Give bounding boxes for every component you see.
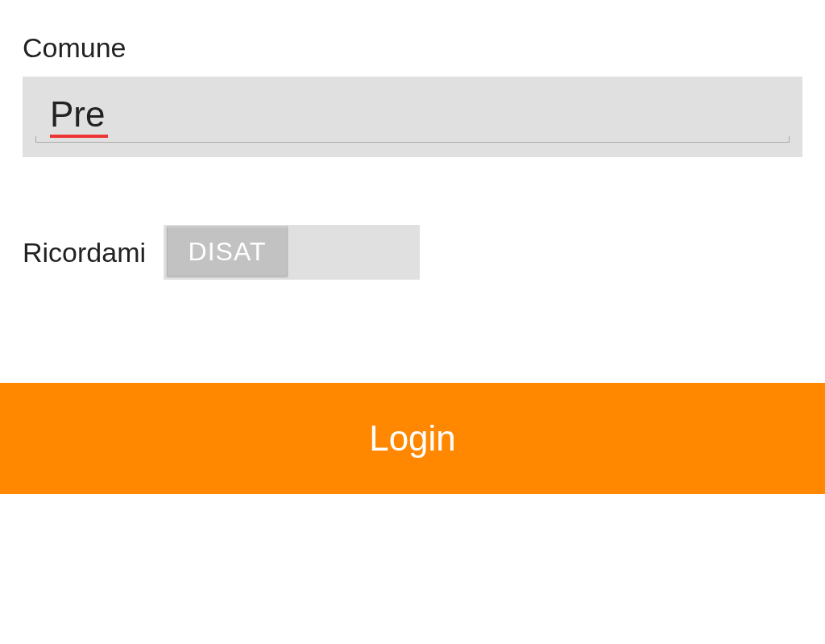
- login-button-label: Login: [369, 418, 456, 459]
- comune-input-wrapper[interactable]: [23, 77, 802, 157]
- comune-label: Comune: [23, 0, 802, 77]
- spellcheck-underline: [50, 135, 108, 138]
- ricordami-label: Ricordami: [23, 237, 146, 268]
- login-button[interactable]: Login: [0, 383, 825, 494]
- input-underline: [35, 136, 790, 143]
- remember-toggle[interactable]: DISAT: [164, 225, 420, 280]
- remember-toggle-thumb[interactable]: DISAT: [167, 226, 288, 276]
- remember-toggle-label: DISAT: [189, 237, 267, 267]
- comune-input[interactable]: [35, 94, 790, 139]
